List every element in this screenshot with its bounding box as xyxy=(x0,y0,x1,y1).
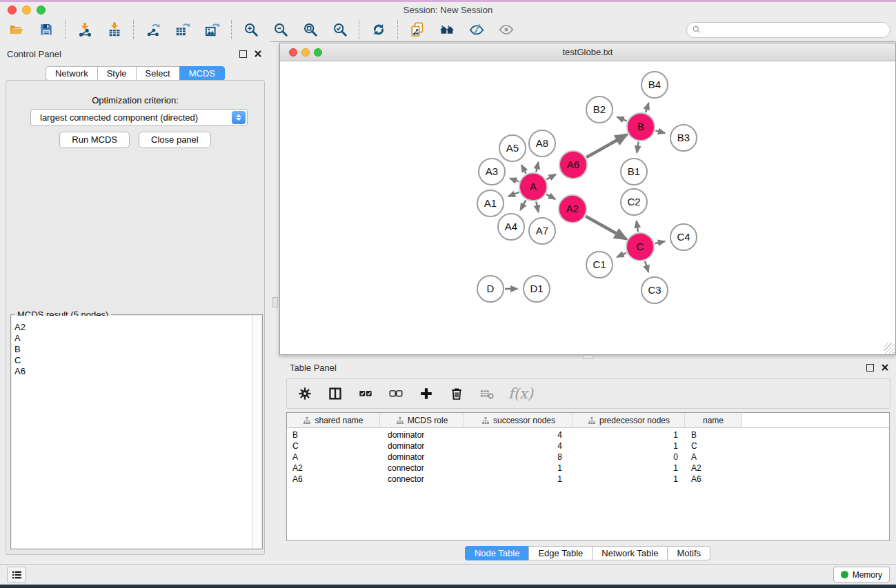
graph-node-A7[interactable]: A7 xyxy=(529,218,555,244)
graph-node-A4[interactable]: A4 xyxy=(498,214,524,240)
apply-layout-icon[interactable] xyxy=(368,19,389,40)
graph-node-D[interactable]: D xyxy=(477,276,504,302)
graph-node-B1[interactable]: B1 xyxy=(621,159,647,185)
delete-column-icon[interactable] xyxy=(446,384,466,404)
column-header-successor-nodes[interactable]: successor nodes xyxy=(464,413,573,427)
graph-node-C3[interactable]: C3 xyxy=(641,277,668,303)
table-cell[interactable]: A2 xyxy=(685,463,742,473)
optimization-criterion-select[interactable]: largest connected component (directed) xyxy=(30,109,248,126)
table-row[interactable]: A6connector11A6 xyxy=(287,474,889,485)
table-cell[interactable]: A6 xyxy=(685,474,742,484)
search-input[interactable] xyxy=(686,22,890,38)
table-cell[interactable]: 1 xyxy=(464,474,573,484)
import-network-icon[interactable] xyxy=(74,19,95,40)
graph-node-B[interactable]: B xyxy=(627,113,655,141)
graph-edge-A-A5[interactable] xyxy=(521,165,526,174)
tab-select[interactable]: Select xyxy=(136,66,179,81)
graph-node-A5[interactable]: A5 xyxy=(499,135,526,161)
export-network-icon[interactable] xyxy=(142,19,163,40)
zoom-out-icon[interactable] xyxy=(270,19,291,40)
table-cell[interactable]: 1 xyxy=(573,474,685,484)
result-list-item[interactable]: B xyxy=(12,344,252,355)
result-list-item[interactable]: C xyxy=(12,355,252,366)
tab-motifs[interactable]: Motifs xyxy=(667,546,710,560)
graph-edge-C-C3[interactable] xyxy=(645,261,648,272)
tab-mcds[interactable]: MCDS xyxy=(179,66,225,81)
result-scrollbar[interactable] xyxy=(252,316,261,548)
splitter-handle-vertical[interactable] xyxy=(272,297,278,307)
delete-table-icon[interactable] xyxy=(477,384,497,404)
graph-node-A6[interactable]: A6 xyxy=(559,151,587,179)
minimize-window-button[interactable] xyxy=(22,6,31,14)
table-cell[interactable]: dominator xyxy=(380,452,464,462)
graph-node-B2[interactable]: B2 xyxy=(586,97,613,123)
graph-node-D1[interactable]: D1 xyxy=(524,276,550,302)
graph-edge-A-A8[interactable] xyxy=(536,162,538,172)
zoom-selected-icon[interactable] xyxy=(329,19,350,40)
float-table-panel-icon[interactable] xyxy=(866,364,874,372)
import-table-icon[interactable] xyxy=(103,19,125,40)
graph-edge-A2-C[interactable] xyxy=(586,216,626,239)
table-cell[interactable]: C xyxy=(685,441,742,451)
graph-edge-C-C1[interactable] xyxy=(617,253,626,257)
hide-selected-icon[interactable] xyxy=(466,19,487,40)
table-cell[interactable]: 4 xyxy=(464,441,573,451)
show-all-networks-icon[interactable] xyxy=(436,19,457,40)
table-cell[interactable]: C xyxy=(287,441,380,451)
close-table-panel-icon[interactable] xyxy=(881,363,889,372)
graph-edge-A-A4[interactable] xyxy=(521,200,526,210)
graph-edge-C-C4[interactable] xyxy=(655,241,665,243)
close-window-button[interactable] xyxy=(8,6,17,14)
graph-edge-A-A3[interactable] xyxy=(510,179,519,182)
graph-node-A2[interactable]: A2 xyxy=(559,195,586,223)
table-cell[interactable]: A2 xyxy=(287,463,380,473)
table-cell[interactable]: B xyxy=(685,430,742,440)
graph-node-C1[interactable]: C1 xyxy=(586,252,613,278)
mcds-result-list[interactable]: A2ABCA6 xyxy=(12,316,252,548)
table-cell[interactable]: connector xyxy=(380,463,464,473)
table-settings-icon[interactable] xyxy=(295,384,315,404)
add-column-icon[interactable] xyxy=(416,384,436,404)
table-row[interactable]: Bdominator41B xyxy=(287,429,889,440)
save-session-icon[interactable] xyxy=(35,19,57,40)
show-hidden-icon[interactable] xyxy=(495,19,517,40)
table-cell[interactable]: 1 xyxy=(573,430,685,440)
column-header-predecessor-nodes[interactable]: predecessor nodes xyxy=(573,413,685,427)
table-row[interactable]: Adominator80A xyxy=(287,452,889,463)
toggle-columns-icon[interactable] xyxy=(325,384,345,404)
graph-edge-A-A2[interactable] xyxy=(546,194,555,199)
zoom-in-icon[interactable] xyxy=(240,19,261,40)
minimize-network-window-button[interactable] xyxy=(301,48,310,57)
tab-edge-table[interactable]: Edge Table xyxy=(528,546,592,560)
table-cell[interactable]: 0 xyxy=(573,452,685,462)
window-resize-grip[interactable] xyxy=(884,343,895,354)
column-header-MCDS-role[interactable]: MCDS role xyxy=(380,413,464,427)
network-window-titlebar[interactable]: testGlobe.txt xyxy=(280,43,895,61)
open-file-icon[interactable] xyxy=(6,19,27,40)
result-list-item[interactable]: A6 xyxy=(12,366,252,377)
graph-node-A3[interactable]: A3 xyxy=(479,159,505,185)
table-row[interactable]: A2connector11A2 xyxy=(287,463,889,474)
float-panel-icon[interactable] xyxy=(239,50,247,58)
graph-edge-A-A7[interactable] xyxy=(536,202,538,212)
maximize-network-window-button[interactable] xyxy=(314,48,322,57)
network-canvas[interactable]: B4B2BB3A5A8A6A3B1AA1A2C2A4A7C4CC1C3DD1 xyxy=(280,62,895,354)
function-builder-button[interactable]: f(x) xyxy=(507,384,533,404)
close-panel-icon[interactable] xyxy=(254,50,262,58)
graph-edge-A6-B[interactable] xyxy=(586,134,627,157)
graph-edge-A-A6[interactable] xyxy=(546,174,555,179)
graph-edge-B-B4[interactable] xyxy=(646,103,648,113)
maximize-window-button[interactable] xyxy=(37,6,46,14)
deselect-all-rows-icon[interactable] xyxy=(386,384,406,404)
graph-edge-B-B2[interactable] xyxy=(617,117,627,121)
table-row[interactable]: Cdominator41C xyxy=(287,440,889,452)
graph-node-A[interactable]: A xyxy=(519,173,547,201)
tab-network[interactable]: Network xyxy=(46,66,97,81)
table-cell[interactable]: 8 xyxy=(464,452,573,462)
zoom-fit-icon[interactable] xyxy=(299,19,321,40)
graph-node-C4[interactable]: C4 xyxy=(670,224,697,250)
graph-edge-C-C2[interactable] xyxy=(637,221,638,232)
table-cell[interactable]: 1 xyxy=(573,463,685,473)
result-list-item[interactable]: A xyxy=(12,333,252,344)
graph-node-B4[interactable]: B4 xyxy=(641,72,668,98)
